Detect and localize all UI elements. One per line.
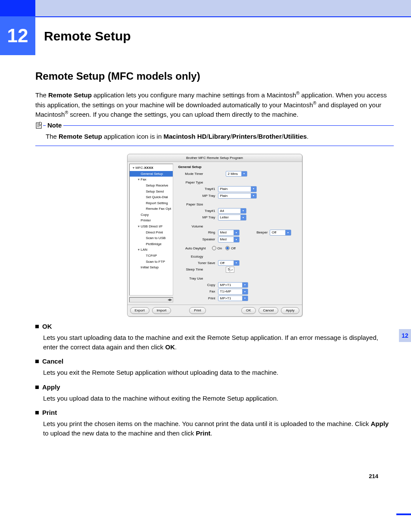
tray-copy-select[interactable]: MP>T1▾ <box>218 282 248 288</box>
tree-item[interactable]: ▼MFC-XXXX <box>130 165 173 171</box>
print-button[interactable]: Print <box>189 307 206 314</box>
select-value: Off <box>272 230 277 234</box>
text: . <box>307 133 308 140</box>
auto-daylight-on-radio[interactable] <box>212 246 216 250</box>
stepper-arrows-icon: ▴▾ <box>230 267 234 272</box>
bullet-square-icon <box>35 325 39 328</box>
tray-print-select[interactable]: MP>T1▾ <box>218 296 248 302</box>
tree-item[interactable]: Setup Send <box>130 189 173 195</box>
select-value: MP>T1 <box>220 283 231 287</box>
tray-fax-label: Fax <box>178 289 218 294</box>
tree-item[interactable]: TCP/IP <box>130 253 173 259</box>
disclosure-triangle-icon: ▼ <box>137 248 141 252</box>
tree-item-label: Setup Receive <box>146 184 168 187</box>
tree-item[interactable]: Initial Setup <box>130 264 173 271</box>
tree-item[interactable]: Setup Receive <box>130 183 173 189</box>
text: The <box>35 91 48 99</box>
dropdown-arrow-icon: ▾ <box>242 289 248 294</box>
scroll-arrows-icon: ◀▶ <box>167 298 173 302</box>
cancel-button[interactable]: Cancel <box>258 307 279 314</box>
select-value: Plain <box>220 187 228 191</box>
note-body: The Remote Setup application icon is in … <box>46 132 394 141</box>
tree-item[interactable]: ▼Fax <box>130 177 173 183</box>
text: application lets you configure many mach… <box>92 91 296 99</box>
export-button[interactable]: Export <box>130 307 149 314</box>
auto-daylight-off-radio[interactable] <box>225 246 230 250</box>
tree-item-label: Fax <box>141 177 146 181</box>
tree-item[interactable]: ▼LAN <box>130 247 173 253</box>
toner-save-select[interactable]: Off▾ <box>218 260 240 266</box>
dropdown-arrow-icon: ▾ <box>285 230 291 235</box>
tree-item[interactable]: Scan to FTP <box>130 259 173 265</box>
tree-item[interactable]: ▼USB Direct I/F <box>130 224 173 230</box>
note-label: Note <box>46 121 63 130</box>
tree-item[interactable]: General Setup <box>130 171 173 177</box>
chapter-side-tab: 12 <box>399 329 411 342</box>
import-button[interactable]: Import <box>152 307 171 314</box>
window-titlebar: Brother MFC Remote Setup Program <box>128 154 302 162</box>
text: application icon is in <box>102 133 164 140</box>
tree-item[interactable]: Remote Fax Opt <box>130 206 173 212</box>
ring-select[interactable]: Med▾ <box>218 230 240 236</box>
select-value: 2 Mins <box>228 172 238 176</box>
text: . <box>175 343 177 351</box>
tray-print-label: Print <box>178 296 218 301</box>
button-definitions: OK Lets you start uploading data to the … <box>35 322 394 438</box>
auto-daylight-label: Auto Daylight <box>178 246 209 251</box>
tree-item[interactable]: PictBridge <box>130 241 173 247</box>
radio-label: On <box>218 246 222 251</box>
tree-item[interactable]: Set Quick-Dial <box>130 194 173 200</box>
mode-timer-label: Mode Timer <box>178 171 206 177</box>
tray-copy-label: Copy <box>178 283 218 288</box>
dropdown-arrow-icon: ▾ <box>241 171 247 177</box>
paper-size-mp-select[interactable]: Letter▾ <box>218 215 246 221</box>
dropdown-arrow-icon: ▾ <box>242 296 248 301</box>
text: Lets you start uploading data to the mac… <box>43 334 378 351</box>
note-heading: Note <box>35 121 394 130</box>
paper-type-tray1-select[interactable]: Plain▾ <box>218 186 257 192</box>
tree-item-label: Initial Setup <box>141 265 159 269</box>
dropdown-arrow-icon: ▾ <box>240 215 246 220</box>
speaker-select[interactable]: Med▾ <box>218 236 240 243</box>
tree-item[interactable]: Printer <box>130 218 173 224</box>
tree-item[interactable]: Report Setting <box>130 200 173 206</box>
settings-tree[interactable]: ▼MFC-XXXXGeneral Setup▼FaxSetup ReceiveS… <box>129 164 173 296</box>
text-bold: Utilities <box>283 133 307 140</box>
beeper-select[interactable]: Off▾ <box>270 230 291 236</box>
tree-item-label: USB Direct I/F <box>141 224 163 228</box>
tray-use-label: Tray Use <box>178 276 206 281</box>
page-number-accent <box>396 513 411 515</box>
note-icon <box>35 121 43 129</box>
tree-item-label: General Setup <box>141 172 163 176</box>
mode-timer-select[interactable]: 2 Mins▾ <box>226 171 247 177</box>
apply-button[interactable]: Apply <box>281 307 299 314</box>
select-value: Med <box>220 237 227 241</box>
select-value: Off <box>220 261 225 265</box>
tree-item[interactable]: Copy <box>130 212 173 218</box>
speaker-label: Speaker <box>178 237 218 242</box>
tree-scrollbar[interactable]: ◀▶ <box>129 297 173 302</box>
tree-item-label: Copy <box>141 213 149 217</box>
ok-button[interactable]: OK <box>241 307 256 314</box>
paper-size-tray1-select[interactable]: A4▾ <box>218 208 246 214</box>
paper-type-mp-select[interactable]: Plain▾ <box>218 193 257 199</box>
tree-item-label: Direct Print <box>146 230 163 234</box>
paper-size-label: Paper Size <box>178 202 206 207</box>
bullet-square-icon <box>35 386 39 389</box>
tray-fax-select[interactable]: T1>MP▾ <box>218 289 248 295</box>
text: Lets you print the chosen items on the m… <box>43 420 371 427</box>
select-value: Letter <box>220 215 229 219</box>
sleep-time-spinner[interactable]: 5▴▾ <box>226 267 234 273</box>
select-value: A4 <box>220 209 224 213</box>
term-text: Print <box>42 408 57 417</box>
tree-item-label: Scan to USB <box>146 236 166 240</box>
bullet-square-icon <box>35 411 39 414</box>
tree-item[interactable]: Direct Print <box>130 230 173 236</box>
def-apply-desc: Lets you upload data to the machine with… <box>43 394 394 403</box>
page-number: 214 <box>35 473 378 481</box>
ecology-label: Ecology <box>178 254 206 259</box>
tree-item-label: Set Quick-Dial <box>146 195 168 199</box>
bullet-square-icon <box>35 360 39 363</box>
tree-item[interactable]: Scan to USB <box>130 235 173 241</box>
text: screen. If you change the settings, you … <box>68 111 298 118</box>
